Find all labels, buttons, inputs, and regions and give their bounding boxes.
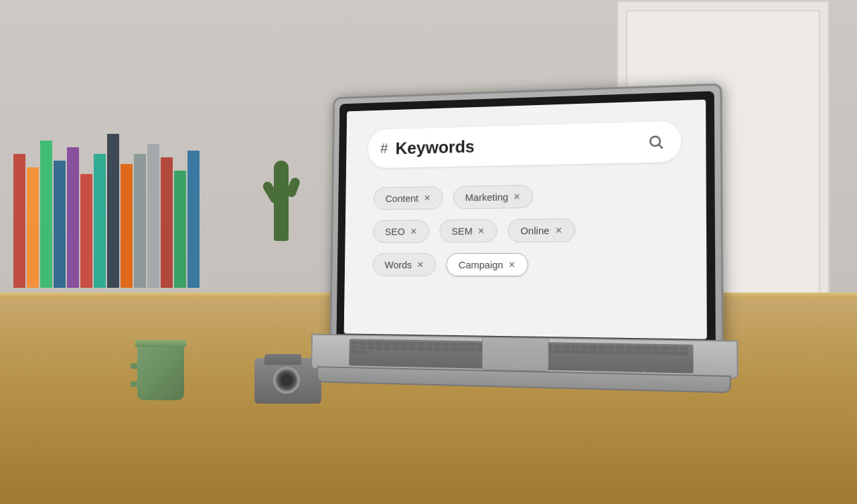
key-36 <box>661 346 670 350</box>
key-53 <box>467 347 475 351</box>
key-30 <box>607 345 615 349</box>
book-13 <box>187 151 200 288</box>
key-37 <box>670 346 679 350</box>
key-49 <box>433 347 441 351</box>
tag-seo-remove[interactable]: ✕ <box>410 226 417 236</box>
key-39 <box>351 345 358 349</box>
key-8 <box>416 342 424 346</box>
tag-online-remove[interactable]: ✕ <box>555 226 562 236</box>
key-43 <box>384 346 391 350</box>
tag-online-label: Online <box>520 225 549 236</box>
tag-content[interactable]: Content ✕ <box>374 186 443 209</box>
book-8 <box>121 164 133 288</box>
key-50 <box>442 347 450 351</box>
key-78 <box>351 350 358 354</box>
book-7 <box>107 134 119 288</box>
key-31 <box>616 345 624 349</box>
key-28 <box>589 345 597 349</box>
key-34 <box>643 346 651 350</box>
tags-row-2: SEO ✕ SEM ✕ Online ✕ <box>373 218 682 243</box>
book-3 <box>54 161 66 288</box>
tag-online[interactable]: Online ✕ <box>508 218 574 242</box>
tags-row-3: Words ✕ Campaign ✕ <box>373 252 682 276</box>
camera-lens <box>273 367 300 394</box>
key-3 <box>376 341 383 345</box>
key-72 <box>634 351 643 355</box>
mug-rim <box>135 340 186 347</box>
book-4 <box>67 147 79 288</box>
book-9 <box>134 154 146 288</box>
key-12 <box>450 343 458 347</box>
key-67 <box>589 349 597 353</box>
book-12 <box>174 171 186 288</box>
tag-seo[interactable]: SEO ✕ <box>373 220 429 243</box>
search-icon-wrap[interactable] <box>645 131 667 153</box>
laptop-screen-outer: # Keywords <box>329 83 723 347</box>
coffee-mug <box>131 327 194 400</box>
key-73 <box>643 351 651 355</box>
key-10 <box>433 342 441 346</box>
key-41 <box>368 346 375 350</box>
svg-line-1 <box>659 145 662 149</box>
bookshelf <box>13 67 201 288</box>
key-13 <box>459 343 467 347</box>
tag-words-remove[interactable]: ✕ <box>417 260 424 270</box>
camera-top <box>264 354 301 365</box>
trackpad[interactable] <box>482 334 549 371</box>
key-9 <box>425 342 433 346</box>
key-44 <box>392 346 399 350</box>
book-5 <box>80 174 92 288</box>
tag-words[interactable]: Words ✕ <box>373 253 437 276</box>
mug-body <box>137 343 184 400</box>
key-51 <box>450 347 458 351</box>
key-4 <box>384 341 391 345</box>
key-64 <box>562 349 570 353</box>
key-24 <box>554 344 562 348</box>
book-2 <box>40 141 52 288</box>
hash-symbol: # <box>380 140 388 157</box>
tags-area: Content ✕ Marketing ✕ <box>366 183 682 277</box>
key-7 <box>408 342 416 346</box>
key-32 <box>625 345 633 349</box>
tag-marketing-remove[interactable]: ✕ <box>514 191 521 201</box>
key-27 <box>580 345 588 349</box>
book-0 <box>13 154 25 288</box>
tag-campaign[interactable]: Campaign ✕ <box>446 253 528 276</box>
key-76 <box>670 351 679 355</box>
laptop: # Keywords <box>310 83 739 447</box>
laptop-screen-bezel: # Keywords <box>337 91 716 342</box>
key-45 <box>400 346 408 350</box>
key-65 <box>571 349 579 353</box>
key-2 <box>368 341 375 345</box>
key-11 <box>442 343 450 347</box>
laptop-screen-display: # Keywords <box>344 100 707 339</box>
key-52 <box>459 347 467 351</box>
key-69 <box>607 350 615 354</box>
key-35 <box>652 346 661 350</box>
key-66 <box>580 349 588 353</box>
search-input[interactable]: Keywords <box>396 132 637 158</box>
tags-row-1: Content ✕ Marketing ✕ <box>374 183 682 210</box>
key-74 <box>652 351 661 355</box>
tag-sem-label: SEM <box>451 226 473 237</box>
tag-sem[interactable]: SEM ✕ <box>439 219 497 242</box>
tag-campaign-remove[interactable]: ✕ <box>509 260 516 270</box>
search-bar[interactable]: # Keywords <box>368 120 681 168</box>
key-70 <box>616 350 624 354</box>
tag-marketing-label: Marketing <box>465 191 508 203</box>
key-29 <box>598 345 606 349</box>
key-48 <box>425 347 433 351</box>
key-71 <box>625 350 633 354</box>
scene: # Keywords <box>0 0 857 504</box>
key-40 <box>360 345 367 349</box>
key-0 <box>352 341 359 345</box>
book-11 <box>161 157 173 288</box>
key-6 <box>400 342 408 346</box>
tag-sem-remove[interactable]: ✕ <box>477 226 485 236</box>
key-79 <box>359 350 366 354</box>
tag-marketing[interactable]: Marketing ✕ <box>453 185 533 209</box>
key-42 <box>376 346 383 350</box>
book-1 <box>27 167 39 288</box>
search-icon <box>647 134 664 151</box>
tag-content-remove[interactable]: ✕ <box>424 193 431 203</box>
